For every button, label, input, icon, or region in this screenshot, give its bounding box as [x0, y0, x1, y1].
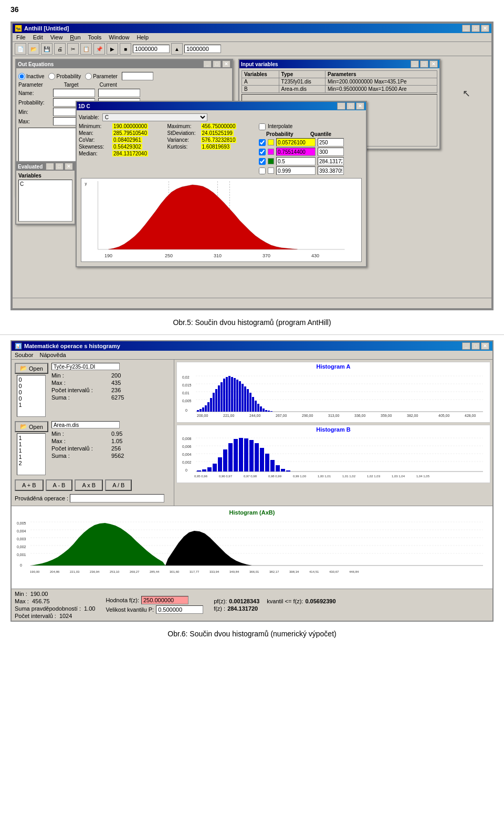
open-b-button[interactable]: 📂 Open [15, 421, 48, 432]
menu-view[interactable]: View [49, 34, 65, 41]
prob-input-2[interactable] [276, 148, 316, 156]
sub-button[interactable]: A - B [46, 479, 73, 491]
anthill-controls[interactable]: _ □ ✕ [462, 25, 489, 32]
median-value: 284.13172040 [112, 151, 148, 156]
toolbar-input1[interactable] [133, 45, 170, 53]
stop-button[interactable]: ■ [120, 43, 131, 55]
axb-green-area [32, 523, 165, 565]
covar-value: 0.08402961 [112, 137, 142, 143]
svg-rect-48 [262, 408, 265, 412]
evaluated-title: Evaluated [18, 164, 43, 170]
prob-input-1[interactable] [276, 138, 316, 146]
hist-b-svg: 0,008 0,006 0,004 0,002 0 [177, 434, 490, 481]
svg-text:190: 190 [104, 253, 112, 258]
out-eq-close[interactable]: ✕ [222, 60, 230, 68]
out-eq-minimize[interactable]: _ [203, 60, 212, 68]
minimize-button[interactable]: _ [462, 25, 470, 32]
cut-button[interactable]: ✂ [67, 43, 79, 55]
quant-input-2[interactable] [318, 148, 344, 156]
prob-check-4[interactable] [259, 167, 266, 174]
add-button[interactable]: A + B [15, 479, 44, 491]
prob-check-1[interactable] [259, 139, 266, 146]
od-close[interactable]: ✕ [356, 102, 364, 110]
hist-axb-svg: 0,005 0,004 0,003 0,002 0,001 0 190,00 2… [14, 517, 490, 585]
stats-grid: Minimum: 190.00000000 Maximum: 456.75000… [79, 123, 255, 156]
iv-minimize[interactable]: _ [411, 60, 419, 68]
radio-inactive[interactable] [18, 73, 25, 80]
menu-edit[interactable]: Edit [32, 34, 45, 41]
min-b: 0.95 [111, 431, 122, 437]
svg-text:1,03 1,04: 1,03 1,04 [392, 475, 405, 478]
radio-probability[interactable] [48, 73, 55, 80]
open-a-button[interactable]: 📂 Open [15, 363, 48, 374]
svg-text:313,00: 313,00 [328, 414, 340, 417]
new-button[interactable]: 📄 [15, 43, 26, 55]
svg-text:333,94: 333,94 [209, 570, 219, 573]
play-button[interactable]: ▶ [107, 43, 118, 55]
radio-parameter[interactable] [85, 73, 92, 80]
toolbar-input2[interactable] [184, 45, 221, 53]
menu-napoveda[interactable]: Nápověda [39, 352, 66, 358]
ev-maximize[interactable]: □ [55, 163, 64, 170]
od-minimize[interactable]: _ [337, 102, 345, 110]
menu-run[interactable]: Run [68, 34, 82, 41]
maximize-button[interactable]: □ [471, 25, 480, 32]
copy-button[interactable]: 📋 [80, 43, 92, 55]
caption2: Obr.6: Součin dvou histogramů (numerický… [0, 630, 504, 638]
save-button[interactable]: 💾 [41, 43, 52, 55]
svg-text:405,00: 405,00 [438, 414, 450, 417]
provadena-input[interactable] [70, 494, 164, 502]
od-maximize[interactable]: □ [346, 102, 355, 110]
interpolate-checkbox[interactable] [259, 123, 266, 130]
prob-check-2[interactable] [259, 149, 266, 155]
target-input[interactable] [98, 89, 140, 97]
close-button[interactable]: ✕ [481, 25, 489, 32]
svg-text:221,03: 221,03 [70, 570, 80, 573]
prob-input-3[interactable] [276, 157, 316, 165]
mat-minimize[interactable]: _ [462, 342, 470, 350]
menu-help[interactable]: Help [135, 34, 150, 41]
hodnota-input[interactable] [141, 596, 188, 604]
print-button[interactable]: 🖨 [54, 43, 66, 55]
div-button[interactable]: A / B [105, 479, 132, 491]
mat-close[interactable]: ✕ [481, 342, 489, 350]
anthill-statusbar [13, 298, 491, 308]
quant-input-3[interactable] [318, 157, 344, 165]
ev-close[interactable]: ✕ [65, 163, 73, 170]
menu-file[interactable]: File [15, 34, 27, 41]
up-button[interactable]: ▲ [171, 43, 183, 55]
radio-group: Inactive Probability Parameter [18, 72, 230, 80]
min-value: 190.00000000 [112, 123, 148, 129]
prob-input-4[interactable] [276, 166, 316, 175]
eq-param-input[interactable] [122, 72, 153, 80]
mat-maximize[interactable]: □ [471, 342, 480, 350]
svg-text:253,10: 253,10 [110, 570, 120, 573]
variable-select[interactable]: C [102, 113, 207, 121]
svg-text:1,02 1,03: 1,02 1,03 [367, 475, 381, 478]
out-eq-maximize[interactable]: □ [213, 60, 221, 68]
evaluated-list: C [18, 180, 72, 222]
svg-rect-87 [270, 460, 275, 472]
iv-maximize[interactable]: □ [420, 60, 428, 68]
menu-tools[interactable]: Tools [87, 34, 103, 41]
iv-close[interactable]: ✕ [429, 60, 438, 68]
prob-check-3[interactable] [259, 158, 266, 165]
velikost-input[interactable] [156, 605, 203, 614]
svg-text:446,84: 446,84 [349, 570, 359, 573]
histogram-a-container: Histogram A 0,02 0,015 0,01 0,005 0 [176, 362, 490, 423]
quant-input-4[interactable] [318, 166, 344, 175]
svg-rect-85 [260, 448, 264, 472]
svg-text:301,60: 301,60 [170, 570, 180, 573]
open-button[interactable]: 📂 [28, 43, 39, 55]
mul-button[interactable]: A x B [75, 479, 103, 491]
paste-button[interactable]: 📌 [93, 43, 105, 55]
name-input[interactable] [53, 89, 95, 97]
svg-text:0,002: 0,002 [17, 545, 26, 549]
menu-window[interactable]: Window [107, 34, 131, 41]
hist-a-svg: 0,02 0,015 0,01 0,005 0 [177, 371, 490, 421]
menu-soubor[interactable]: Soubor [15, 352, 33, 358]
svg-text:0,97 0,98: 0,97 0,98 [244, 475, 257, 478]
quant-input-1[interactable] [318, 138, 344, 146]
hist-a-title: Histogram A [177, 362, 490, 371]
ev-minimize[interactable]: _ [46, 163, 54, 170]
